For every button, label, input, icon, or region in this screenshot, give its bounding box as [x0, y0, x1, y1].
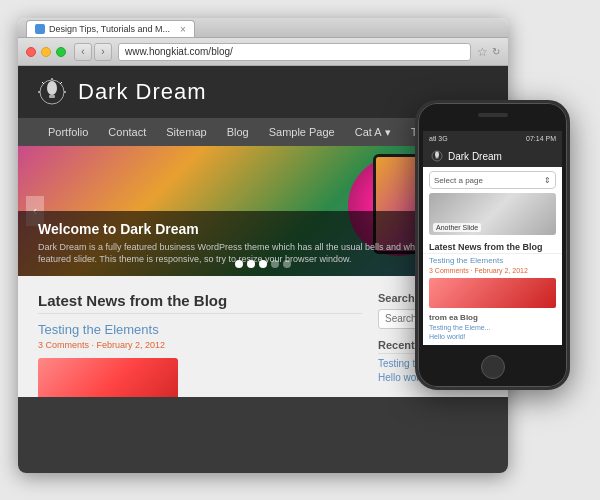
browser-tab[interactable]: Design Tips, Tutorials and M... × [26, 20, 195, 37]
phone-mockup: atl 3G 07:14 PM Dark Dream Select a page… [415, 100, 570, 390]
browser-tab-bar: Design Tips, Tutorials and M... × [18, 18, 508, 38]
site-title: Dark Dream [78, 79, 207, 105]
slider-dot-2[interactable] [247, 260, 255, 268]
post-meta: 3 Comments · February 2, 2012 [38, 340, 362, 350]
phone-screen: atl 3G 07:14 PM Dark Dream Select a page… [423, 131, 562, 345]
back-button[interactable]: ‹ [74, 43, 92, 61]
svg-line-4 [60, 82, 62, 84]
svg-rect-2 [49, 95, 55, 98]
star-icon[interactable]: ☆ [477, 45, 488, 59]
phone-recent-2[interactable]: Hello world! [423, 332, 562, 341]
svg-rect-10 [436, 157, 439, 159]
url-text: www.hongkiat.com/blog/ [125, 46, 233, 57]
phone-slider-title: Another Slide [433, 223, 481, 232]
phone-status-bar: atl 3G 07:14 PM [423, 131, 562, 145]
post-thumbnail [38, 358, 178, 397]
nav-sitemap[interactable]: Sitemap [156, 118, 216, 146]
phone-slider: Another Slide [429, 193, 556, 235]
minimize-button[interactable] [41, 47, 51, 57]
phone-speaker [478, 113, 508, 117]
phone-select-label: Select a page [434, 176, 483, 185]
logo-icon [38, 78, 66, 106]
phone-post-title[interactable]: Testing the Elements [423, 254, 562, 267]
phone-post-meta: 3 Comments · February 2, 2012 [423, 267, 562, 276]
post-title[interactable]: Testing the Elements [38, 322, 362, 337]
main-left-column: Latest News from the Blog Testing the El… [38, 292, 378, 381]
close-button[interactable] [26, 47, 36, 57]
forward-button[interactable]: › [94, 43, 112, 61]
blog-section-title: Latest News from the Blog [38, 292, 362, 314]
url-bar[interactable]: www.hongkiat.com/blog/ [118, 43, 471, 61]
slider-dot-5[interactable] [283, 260, 291, 268]
phone-time: 07:14 PM [526, 135, 556, 142]
phone-home-button[interactable] [481, 355, 505, 379]
tab-close-icon[interactable]: × [180, 24, 186, 35]
phone-logo-icon [431, 150, 443, 162]
phone-section-title: Latest News from the Blog [423, 239, 562, 254]
slider-dots [235, 260, 291, 268]
nav-sample[interactable]: Sample Page [259, 118, 345, 146]
maximize-button[interactable] [56, 47, 66, 57]
nav-cata[interactable]: Cat A ▾ [345, 118, 401, 146]
phone-site-header: Dark Dream [423, 145, 562, 167]
refresh-icon[interactable]: ↻ [492, 46, 500, 57]
slider-dot-3[interactable] [259, 260, 267, 268]
browser-toolbar: ‹ › www.hongkiat.com/blog/ ☆ ↻ [18, 38, 508, 66]
slider-dot-1[interactable] [235, 260, 243, 268]
phone-page-select[interactable]: Select a page ⇕ [429, 171, 556, 189]
nav-blog[interactable]: Blog [217, 118, 259, 146]
svg-line-6 [42, 82, 44, 84]
nav-contact[interactable]: Contact [98, 118, 156, 146]
phone-post-thumbnail [429, 278, 556, 308]
phone-recent-1[interactable]: Testing the Eleme... [423, 323, 562, 332]
chevron-down-icon: ▾ [385, 126, 391, 139]
window-controls [26, 47, 66, 57]
nav-portfolio[interactable]: Portfolio [38, 118, 98, 146]
slider-dot-4[interactable] [271, 260, 279, 268]
phone-sidebar-label: trom ea Blog [423, 310, 562, 323]
nav-buttons: ‹ › [74, 43, 112, 61]
phone-carrier: atl 3G [429, 135, 448, 142]
phone-select-arrow: ⇕ [544, 176, 551, 185]
tab-favicon [35, 24, 45, 34]
phone-site-title: Dark Dream [448, 151, 502, 162]
svg-point-9 [435, 152, 439, 158]
svg-point-1 [47, 81, 57, 95]
tab-label: Design Tips, Tutorials and M... [49, 24, 170, 34]
